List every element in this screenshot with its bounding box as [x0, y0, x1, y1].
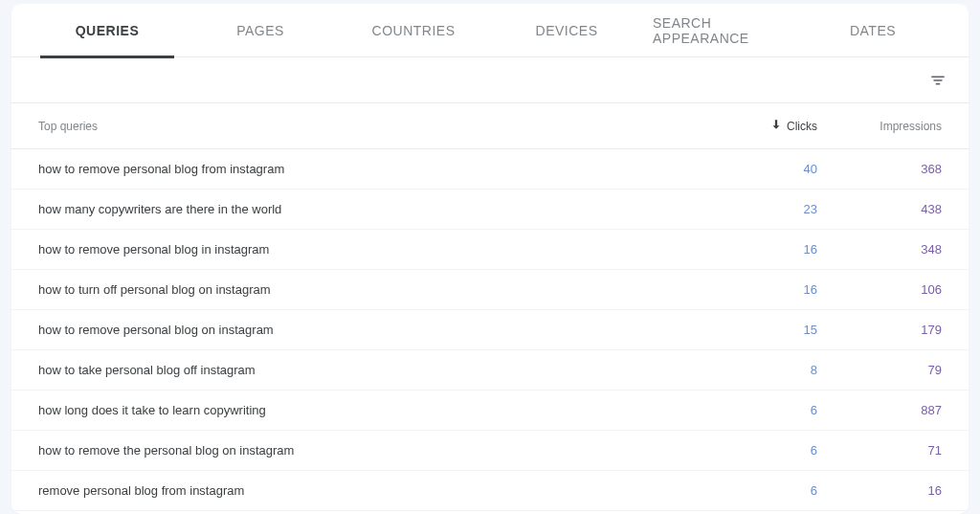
impressions-cell: 438: [817, 202, 942, 216]
tab-label: DATES: [850, 23, 896, 38]
tab-search-appearance[interactable]: SEARCH APPEARANCE: [643, 4, 796, 57]
impressions-cell: 368: [817, 162, 942, 176]
table-row: how long does it take to learn copywriti…: [11, 391, 969, 431]
tab-label: SEARCH APPEARANCE: [653, 15, 787, 46]
clicks-cell: 15: [702, 323, 817, 337]
tab-pages[interactable]: PAGES: [184, 4, 337, 57]
clicks-cell: 8: [702, 363, 817, 377]
table-body: how to remove personal blog from instagr…: [11, 149, 969, 511]
table-row: remove personal blog from instagram616: [11, 471, 969, 511]
impressions-cell: 79: [817, 363, 942, 377]
dimension-tabs: QUERIES PAGES COUNTRIES DEVICES SEARCH A…: [11, 4, 969, 57]
table-header: Top queries Clicks Impressions: [11, 103, 969, 149]
impressions-cell: 16: [817, 483, 942, 498]
sort-arrow-down-icon: [769, 118, 783, 134]
clicks-cell: 23: [702, 202, 817, 216]
header-clicks-label: Clicks: [787, 120, 817, 133]
clicks-cell: 16: [702, 242, 817, 257]
query-cell[interactable]: how long does it take to learn copywriti…: [38, 403, 702, 417]
filter-row: [11, 57, 969, 103]
tab-label: PAGES: [236, 23, 284, 38]
tab-label: QUERIES: [76, 23, 140, 38]
query-cell[interactable]: how to turn off personal blog on instagr…: [38, 282, 702, 297]
tab-countries[interactable]: COUNTRIES: [337, 4, 490, 57]
clicks-cell: 6: [702, 443, 817, 458]
tab-queries[interactable]: QUERIES: [31, 4, 184, 57]
impressions-cell: 71: [817, 443, 942, 458]
clicks-cell: 6: [702, 483, 817, 498]
clicks-cell: 6: [702, 403, 817, 417]
table-row: how many copywriters are there in the wo…: [11, 190, 969, 230]
impressions-cell: 887: [817, 403, 942, 417]
queries-table: Top queries Clicks Impressions how to re…: [11, 103, 969, 511]
table-row: how to take personal blog off instagram8…: [11, 350, 969, 391]
header-impressions[interactable]: Impressions: [817, 120, 942, 133]
report-card: QUERIES PAGES COUNTRIES DEVICES SEARCH A…: [11, 4, 969, 514]
clicks-cell: 16: [702, 282, 817, 297]
table-row: how to remove personal blog from instagr…: [11, 149, 969, 190]
query-cell[interactable]: how to remove personal blog on instagram: [38, 323, 702, 337]
header-top-queries[interactable]: Top queries: [38, 120, 702, 133]
table-row: how to remove personal blog on instagram…: [11, 310, 969, 350]
table-row: how to remove the personal blog on insta…: [11, 431, 969, 471]
tab-devices[interactable]: DEVICES: [490, 4, 643, 57]
impressions-cell: 179: [817, 323, 942, 337]
tab-dates[interactable]: DATES: [796, 4, 949, 57]
query-cell[interactable]: how to remove personal blog in instagram: [38, 242, 702, 257]
table-row: how to remove personal blog in instagram…: [11, 230, 969, 270]
header-clicks[interactable]: Clicks: [702, 118, 817, 134]
filter-icon[interactable]: [926, 69, 949, 92]
tab-label: DEVICES: [536, 23, 598, 38]
query-cell[interactable]: how to remove the personal blog on insta…: [38, 443, 702, 458]
impressions-cell: 106: [817, 282, 942, 297]
query-cell[interactable]: remove personal blog from instagram: [38, 483, 702, 498]
query-cell[interactable]: how to remove personal blog from instagr…: [38, 162, 702, 176]
table-row: how to turn off personal blog on instagr…: [11, 270, 969, 310]
query-cell[interactable]: how to take personal blog off instagram: [38, 363, 702, 377]
clicks-cell: 40: [702, 162, 817, 176]
tab-label: COUNTRIES: [372, 23, 456, 38]
query-cell[interactable]: how many copywriters are there in the wo…: [38, 202, 702, 216]
impressions-cell: 348: [817, 242, 942, 257]
